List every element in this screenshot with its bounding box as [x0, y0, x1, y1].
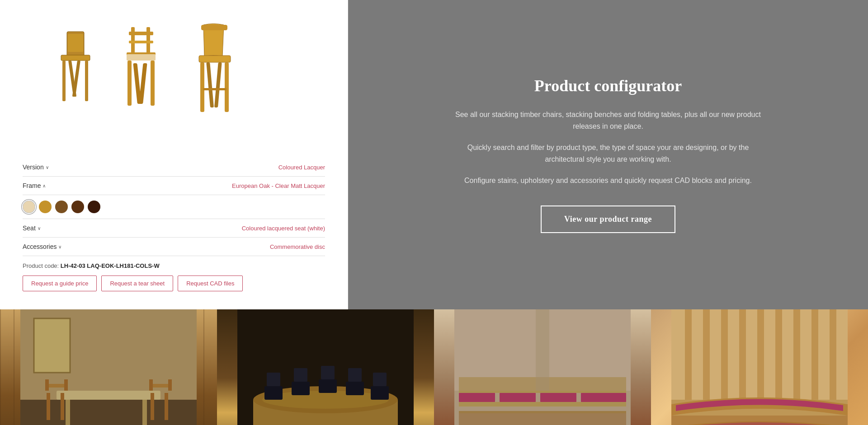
request-guide-price-button[interactable]: Request a guide price	[23, 276, 97, 291]
svg-rect-9	[129, 32, 153, 35]
photo-auditorium	[651, 309, 868, 425]
accessories-value: Commemorative disc	[270, 243, 325, 250]
svg-rect-10	[129, 41, 153, 43]
swatch-dark-oak[interactable]	[55, 201, 68, 213]
svg-rect-13	[127, 61, 132, 106]
accessories-option-row[interactable]: Accessories ∨ Commemorative disc	[23, 238, 325, 256]
version-label: Version ∨	[23, 163, 49, 171]
svg-rect-20	[225, 62, 229, 112]
version-value: Coloured Lacquer	[278, 164, 325, 171]
svg-rect-21	[206, 62, 214, 107]
frame-value: European Oak - Clear Matt Lacquer	[232, 182, 325, 189]
seat-option-row[interactable]: Seat ∨ Coloured lacquered seat (white)	[23, 219, 325, 238]
photo-theater	[434, 309, 651, 425]
photo-conference	[217, 309, 434, 425]
right-panel-paragraph2: Quickly search and filter by product typ…	[450, 142, 766, 165]
accessories-label: Accessories ∨	[23, 243, 61, 250]
svg-rect-1	[68, 34, 83, 52]
frame-chevron: ∧	[42, 183, 46, 188]
svg-rect-92	[671, 309, 848, 425]
svg-rect-14	[151, 61, 155, 106]
svg-rect-41	[20, 309, 197, 425]
photo-auditorium-art	[651, 309, 868, 425]
seat-label: Seat ∨	[23, 224, 41, 232]
left-panel: Version ∨ Coloured Lacquer Frame ∧ Europ…	[0, 0, 348, 309]
svg-rect-58	[237, 309, 414, 425]
photo-dining	[0, 309, 217, 425]
product-code-value: LH-42-03 LAQ-EOK-LH181-COLS-W	[61, 262, 160, 269]
svg-rect-2	[61, 55, 90, 61]
page-container: Version ∨ Coloured Lacquer Frame ∧ Europ…	[0, 0, 868, 425]
svg-rect-77	[454, 309, 631, 425]
accessories-chevron: ∨	[58, 244, 61, 249]
photo-conference-art	[217, 309, 434, 425]
right-panel: Product configurator See all our stackin…	[348, 0, 868, 309]
options-section: Version ∨ Coloured Lacquer Frame ∧ Europ…	[23, 158, 325, 291]
chairs-illustration	[34, 23, 314, 135]
swatch-light-oak[interactable]	[23, 201, 35, 213]
version-option-row[interactable]: Version ∨ Coloured Lacquer	[23, 158, 325, 177]
action-buttons: Request a guide price Request a tear she…	[23, 276, 325, 291]
frame-color-swatches	[23, 195, 325, 219]
svg-rect-17	[201, 25, 227, 30]
product-code-prefix: Product code:	[23, 262, 59, 269]
swatch-darker-oak[interactable]	[71, 201, 84, 213]
svg-rect-23	[203, 88, 226, 90]
top-section: Version ∨ Coloured Lacquer Frame ∧ Europ…	[0, 0, 868, 309]
svg-rect-12	[127, 54, 156, 61]
svg-rect-4	[85, 61, 88, 101]
photo-dining-art	[0, 309, 217, 425]
swatch-medium-oak[interactable]	[39, 201, 52, 213]
swatch-darkest-oak[interactable]	[88, 201, 100, 213]
version-chevron: ∨	[46, 165, 49, 170]
request-tear-sheet-button[interactable]: Request a tear sheet	[101, 276, 173, 291]
svg-rect-3	[62, 61, 66, 101]
request-cad-files-button[interactable]: Request CAD files	[178, 276, 243, 291]
seat-value: Coloured lacquered seat (white)	[242, 225, 325, 232]
product-image-area	[23, 14, 325, 145]
right-panel-paragraph3: Configure stains, upholstery and accesso…	[464, 175, 752, 187]
right-panel-paragraph1: See all our stacking timber chairs, stac…	[450, 109, 766, 132]
svg-rect-18	[199, 56, 231, 62]
bottom-section	[0, 309, 868, 425]
svg-rect-22	[214, 62, 222, 107]
view-product-range-button[interactable]: View our product range	[541, 205, 675, 233]
product-code-row: Product code: LH-42-03 LAQ-EOK-LH181-COL…	[23, 256, 325, 276]
photo-theater-art	[434, 309, 651, 425]
frame-label: Frame ∧	[23, 182, 46, 189]
frame-option-row[interactable]: Frame ∧ European Oak - Clear Matt Lacque…	[23, 177, 325, 195]
right-panel-title: Product configurator	[534, 76, 682, 95]
svg-rect-16	[139, 63, 147, 104]
svg-rect-19	[200, 62, 204, 112]
seat-chevron: ∨	[38, 226, 41, 231]
